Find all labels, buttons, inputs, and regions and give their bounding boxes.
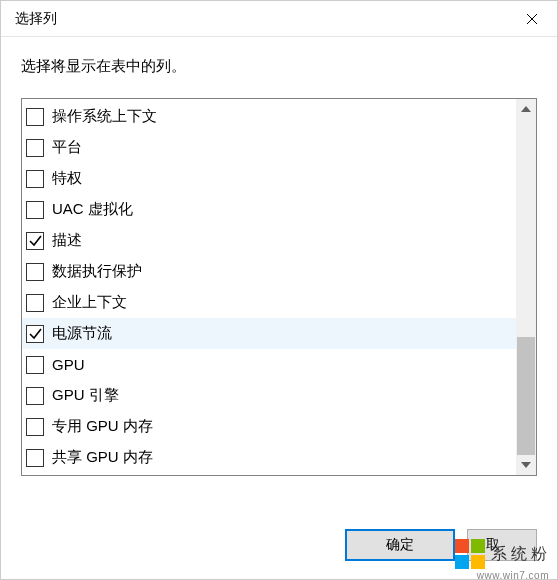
close-button[interactable] (507, 1, 557, 37)
column-item[interactable]: 操作系统上下文 (22, 101, 516, 132)
column-label: GPU 引擎 (52, 386, 119, 405)
column-label: 操作系统上下文 (52, 107, 157, 126)
column-item[interactable]: 电源节流 (22, 318, 516, 349)
column-checkbox[interactable] (26, 170, 44, 188)
column-checkbox[interactable] (26, 232, 44, 250)
column-item[interactable]: UAC 虚拟化 (22, 194, 516, 225)
dialog-content: 选择将显示在表中的列。 操作系统上下文平台特权UAC 虚拟化描述数据执行保护企业… (1, 37, 557, 476)
instruction-text: 选择将显示在表中的列。 (21, 57, 537, 76)
column-label: 平台 (52, 138, 82, 157)
scroll-up-button[interactable] (516, 99, 536, 119)
column-item[interactable]: GPU 引擎 (22, 380, 516, 411)
column-checkbox[interactable] (26, 325, 44, 343)
column-label: 描述 (52, 231, 82, 250)
watermark-url: www.win7.com (477, 570, 549, 580)
column-checkbox[interactable] (26, 418, 44, 436)
dialog-title: 选择列 (15, 10, 57, 28)
column-label: 数据执行保护 (52, 262, 142, 281)
column-checkbox[interactable] (26, 356, 44, 374)
column-label: 企业上下文 (52, 293, 127, 312)
column-item[interactable]: 特权 (22, 163, 516, 194)
column-label: 电源节流 (52, 324, 112, 343)
ok-button[interactable]: 确定 (345, 529, 455, 561)
checkmark-icon (29, 234, 42, 247)
watermark-logo-icon (455, 539, 485, 569)
select-columns-dialog: 选择列 选择将显示在表中的列。 操作系统上下文平台特权UAC 虚拟化描述数据执行… (0, 0, 558, 580)
columns-listbox[interactable]: 操作系统上下文平台特权UAC 虚拟化描述数据执行保护企业上下文电源节流GPUGP… (22, 99, 516, 475)
columns-listbox-container: 操作系统上下文平台特权UAC 虚拟化描述数据执行保护企业上下文电源节流GPUGP… (21, 98, 537, 476)
column-item[interactable]: 企业上下文 (22, 287, 516, 318)
column-checkbox[interactable] (26, 449, 44, 467)
column-item[interactable]: 数据执行保护 (22, 256, 516, 287)
chevron-up-icon (521, 106, 531, 112)
scrollbar[interactable] (516, 99, 536, 475)
scroll-down-button[interactable] (516, 455, 536, 475)
column-item[interactable]: 共享 GPU 内存 (22, 442, 516, 473)
column-item[interactable]: 专用 GPU 内存 (22, 411, 516, 442)
chevron-down-icon (521, 462, 531, 468)
column-item[interactable]: 平台 (22, 132, 516, 163)
close-icon (526, 13, 538, 25)
column-checkbox[interactable] (26, 294, 44, 312)
scroll-thumb[interactable] (517, 337, 535, 455)
column-checkbox[interactable] (26, 263, 44, 281)
column-checkbox[interactable] (26, 201, 44, 219)
checkmark-icon (29, 327, 42, 340)
column-item[interactable]: 描述 (22, 225, 516, 256)
column-checkbox[interactable] (26, 108, 44, 126)
watermark-text: 系统粉 (491, 544, 551, 565)
column-checkbox[interactable] (26, 139, 44, 157)
column-label: 专用 GPU 内存 (52, 417, 153, 436)
column-label: 共享 GPU 内存 (52, 448, 153, 467)
column-checkbox[interactable] (26, 387, 44, 405)
column-label: 特权 (52, 169, 82, 188)
titlebar: 选择列 (1, 1, 557, 37)
column-label: GPU (52, 356, 85, 373)
watermark: 系统粉 (455, 539, 551, 569)
column-item[interactable]: GPU (22, 349, 516, 380)
column-label: UAC 虚拟化 (52, 200, 133, 219)
